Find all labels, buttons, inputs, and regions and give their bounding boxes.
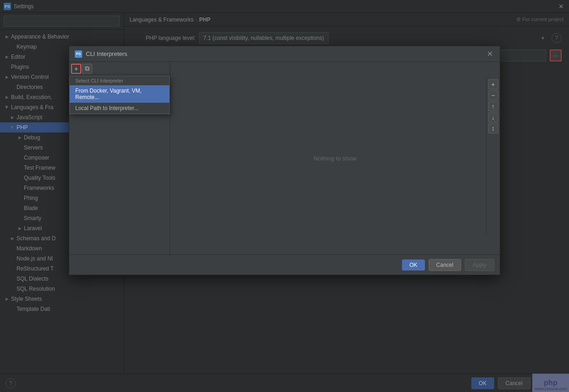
dialog-body: + ⧉ Select CLI Interpreter From Docker, … <box>69 62 500 254</box>
right-up-button[interactable]: ↑ <box>488 101 498 111</box>
dialog-title-left: PS CLI Interpreters <box>75 50 127 58</box>
dialog-right-panel: Nothing to show <box>170 62 500 254</box>
dropdown-header: Select CLI Interpreter <box>70 76 169 85</box>
dialog-title-bar: PS CLI Interpreters ✕ <box>69 46 500 62</box>
dialog-apply-button[interactable]: Apply <box>465 259 494 271</box>
right-remove-button[interactable]: − <box>488 90 498 100</box>
right-down-button[interactable]: ↓ <box>488 112 498 122</box>
right-add-button[interactable]: + <box>488 79 498 89</box>
modal-overlay: PS CLI Interpreters ✕ + ⧉ Select CLI Int… <box>0 0 569 392</box>
dialog-right-toolbar: + − ↑ ↓ ↕ <box>486 77 500 234</box>
dialog-left-toolbar: + ⧉ <box>69 62 170 76</box>
dialog-left-panel: + ⧉ Select CLI Interpreter From Docker, … <box>69 62 170 254</box>
dialog-copy-button[interactable]: ⧉ <box>82 64 92 74</box>
dropdown-item-local-path[interactable]: Local Path to Interpreter... <box>70 103 169 114</box>
dialog-add-button[interactable]: + <box>71 64 81 74</box>
dialog-bottom-bar: OK Cancel Apply <box>69 254 500 275</box>
dialog-close-button[interactable]: ✕ <box>485 50 494 59</box>
dialog-title-text: CLI Interpreters <box>86 50 127 57</box>
dialog-cancel-button[interactable]: Cancel <box>429 259 461 271</box>
dropdown-item-docker[interactable]: From Docker, Vagrant, VM, Remote... <box>70 85 169 103</box>
cli-interpreters-dialog: PS CLI Interpreters ✕ + ⧉ Select CLI Int… <box>69 46 500 275</box>
add-interpreter-dropdown: Select CLI Interpreter From Docker, Vagr… <box>69 76 170 114</box>
dialog-icon: PS <box>75 50 82 58</box>
right-sort-button[interactable]: ↕ <box>488 123 498 133</box>
dialog-ok-button[interactable]: OK <box>402 259 424 271</box>
nothing-to-show-label: Nothing to show <box>313 155 356 162</box>
